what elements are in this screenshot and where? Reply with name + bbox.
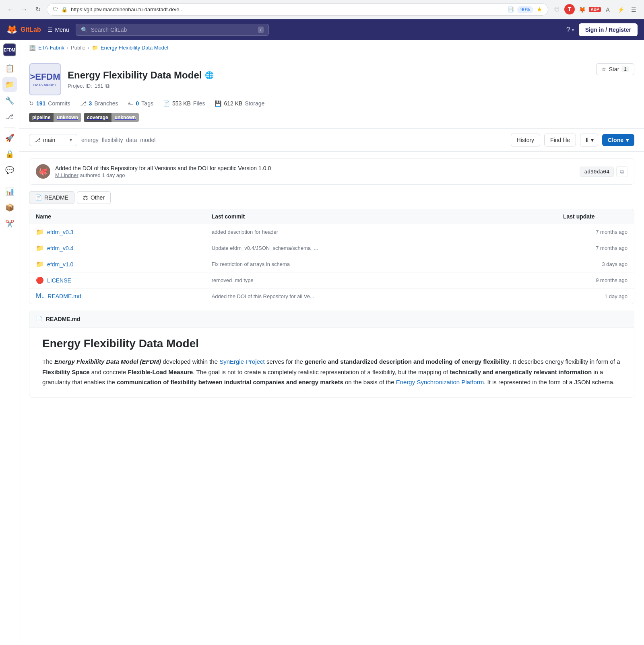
profile-t-icon[interactable]: T — [564, 4, 575, 14]
readme-tab[interactable]: 📄 README — [29, 191, 74, 204]
sidebar-item-issues[interactable]: 🔧 — [2, 93, 17, 108]
file-name-text: LICENSE — [47, 277, 71, 284]
global-search-bar[interactable]: 🔍 / — [76, 24, 269, 36]
star-button[interactable]: ☆ Star 1 — [596, 63, 634, 75]
readme-file-icon: 📄 — [36, 316, 43, 322]
browser-nav-buttons: ← → ↻ — [5, 4, 43, 15]
sidebar-item-merge-requests[interactable]: ⎇ — [2, 109, 17, 124]
branches-icon: ⎇ — [80, 100, 87, 107]
sidebar-item-repository[interactable]: 📁 — [2, 77, 17, 92]
project-id-label: Project ID: — [68, 83, 92, 89]
commit-message: Added the DOI of this Repository for all… — [55, 165, 271, 171]
commit-hash-display[interactable]: ad90da04 — [580, 167, 614, 177]
help-button[interactable]: ? ▾ — [566, 26, 574, 34]
abp-extension-button[interactable]: ABP — [589, 4, 601, 15]
sidebar-item-packages[interactable]: 📦 — [2, 200, 17, 215]
clone-button[interactable]: Clone ▾ — [602, 134, 634, 146]
table-row: 🔴 LICENSE removed .md type 9 months ago — [29, 272, 634, 288]
sidebar-item-snippets[interactable]: ✂️ — [2, 216, 17, 231]
commit-author-avatar: 🐙 — [36, 164, 50, 179]
search-icon: 🔍 — [81, 27, 88, 33]
branch-name: main — [43, 137, 55, 143]
find-file-button[interactable]: Find file — [544, 134, 576, 146]
reload-button[interactable]: ↻ — [32, 4, 43, 15]
other-tab[interactable]: ⚖ Other — [77, 191, 111, 204]
esp-link[interactable]: Energy Synchronization Platform — [396, 379, 484, 385]
stat-tags: 🏷 0 Tags — [128, 100, 153, 107]
clone-chevron-icon: ▾ — [626, 137, 629, 143]
browser-menu-button[interactable]: ☰ — [628, 4, 639, 15]
commit-section: 🐙 Added the DOI of this Repository for a… — [29, 158, 634, 185]
branches-label: Branches — [94, 100, 118, 107]
file-time: 9 months ago — [563, 277, 627, 283]
repo-toolbar: ⎇ main ▾ energy_flexibility_data_model H… — [19, 129, 644, 152]
main-menu-button[interactable]: ☰ Menu — [47, 27, 69, 33]
sidebar-item-cicd[interactable]: 🚀 — [2, 131, 17, 145]
extension-icon[interactable]: ⚡ — [615, 4, 626, 15]
branches-link[interactable]: 3 — [89, 100, 92, 107]
main-layout: EFDM 📋 📁 🔧 ⎇ 🚀 🔒 💬 📊 📦 ✂️ 🏢 ETA-Fabrik ›… — [0, 40, 644, 645]
lock-icon: 🔒 — [61, 6, 68, 12]
project-avatar-text: >EFDM DATA MODEL — [30, 72, 60, 87]
file-link-readme[interactable]: Μ↓ README.md — [36, 293, 212, 300]
coverage-badge-value: unknown — [111, 113, 139, 122]
search-input[interactable] — [91, 27, 255, 33]
chevron-down-icon: ▾ — [572, 28, 574, 32]
commit-authored-label: authored — [80, 172, 100, 178]
file-link-efdm-v03[interactable]: 📁 efdm_v0.3 — [36, 228, 212, 236]
header-right-area: ? ▾ Sign in / Register — [566, 23, 638, 36]
breadcrumb-group-icon: 🏢 — [29, 44, 36, 51]
file-link-efdm-v10[interactable]: 📁 efdm_v1.0 — [36, 260, 212, 268]
file-time: 7 months ago — [563, 229, 627, 235]
table-row: 📁 efdm_v0.3 added description for header… — [29, 224, 634, 240]
translate-icon[interactable]: A — [602, 4, 613, 15]
commits-icon: ↻ — [29, 100, 34, 107]
coverage-badge[interactable]: coverage unknown — [84, 113, 139, 122]
sidebar-item-analytics[interactable]: 📊 — [2, 184, 17, 199]
readme-tab-label: README — [44, 194, 68, 201]
sidebar-item-security[interactable]: 🔒 — [2, 147, 17, 161]
sign-in-button[interactable]: Sign in / Register — [579, 23, 638, 36]
sidebar-item-overview[interactable]: 📋 — [2, 61, 17, 76]
breadcrumb-group-link[interactable]: ETA-Fabrik — [38, 45, 64, 51]
synergy-project-link[interactable]: SynErgie-Project — [219, 358, 265, 365]
forward-button[interactable]: → — [19, 4, 30, 15]
commit-author-link[interactable]: M.Lindner — [55, 172, 78, 178]
copy-project-id-button[interactable]: ⧉ — [105, 82, 109, 89]
storage-label: Storage — [245, 100, 264, 107]
branch-selector[interactable]: ⎇ main ▾ — [29, 134, 77, 146]
url-bar[interactable]: 🛡 🔒 https://git.ptw.maschinenbau.tu-darm… — [47, 3, 548, 16]
table-row: 📁 efdm_v1.0 Fix restriction of arrays in… — [29, 256, 634, 272]
tags-link[interactable]: 0 — [136, 100, 139, 107]
commits-link[interactable]: 191 — [36, 100, 45, 107]
sidebar-item-monitor[interactable]: 💬 — [2, 163, 17, 177]
pipeline-badge-value: unknown — [54, 113, 81, 122]
download-button[interactable]: ⬇ ▾ — [580, 134, 598, 146]
gitlab-logo[interactable]: 🦊 GitLab — [6, 25, 41, 35]
history-button[interactable]: History — [511, 134, 541, 146]
other-tab-label: Other — [91, 194, 105, 201]
readme-section: 📄 README.md Energy Flexibility Data Mode… — [29, 311, 634, 398]
project-id-row: Project ID: 151 ⧉ — [68, 82, 214, 89]
firefox-icon[interactable]: 🦊 — [576, 4, 588, 15]
file-table-header: Name Last commit Last update — [29, 209, 634, 224]
download-chevron-icon: ▾ — [591, 137, 594, 143]
pipeline-badge[interactable]: pipeline unknown — [29, 113, 81, 122]
file-link-efdm-v04[interactable]: 📁 efdm_v0.4 — [36, 244, 212, 252]
file-link-license[interactable]: 🔴 LICENSE — [36, 276, 212, 284]
sidebar-project-avatar[interactable]: EFDM — [3, 43, 16, 56]
breadcrumb-sep-1: › — [67, 45, 68, 51]
star-count-badge: 1 — [621, 66, 629, 72]
question-icon: ? — [566, 26, 570, 34]
file-commit-msg: Update efdm_v0.4/JSON_schema/schema_... — [212, 245, 563, 251]
file-commit-msg: Fix restriction of arrays in schema — [212, 261, 563, 267]
copy-commit-hash-button[interactable]: ⧉ — [616, 166, 627, 177]
breadcrumb-project-link[interactable]: Energy Flexibility Data Model — [101, 45, 168, 51]
search-shortcut-badge: / — [258, 27, 263, 33]
shield-vpn-icon[interactable]: 🛡 — [551, 4, 563, 15]
pipeline-badge-key: pipeline — [29, 113, 54, 122]
back-button[interactable]: ← — [5, 4, 16, 15]
file-name-text: efdm_v0.4 — [47, 245, 73, 251]
main-content: 🏢 ETA-Fabrik › Public › 📁 Energy Flexibi… — [19, 40, 644, 645]
project-title-text: Energy Flexibility Data Model — [68, 70, 202, 81]
